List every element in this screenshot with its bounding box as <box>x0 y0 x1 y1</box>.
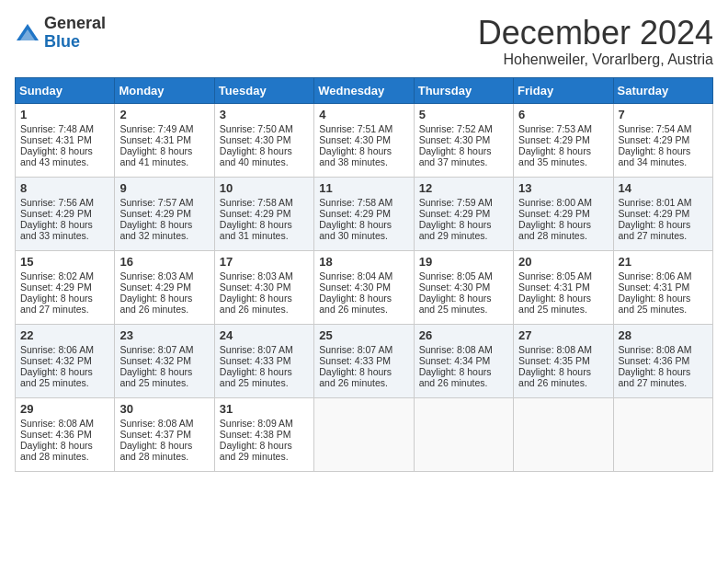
sunrise-text: Sunrise: 7:48 AM <box>20 123 94 134</box>
calendar-cell <box>613 397 712 471</box>
sunset-text: Sunset: 4:29 PM <box>319 208 391 219</box>
calendar-cell: 14Sunrise: 8:01 AMSunset: 4:29 PMDayligh… <box>613 177 712 250</box>
day-number: 15 <box>20 255 109 269</box>
sunset-text: Sunset: 4:29 PM <box>619 208 690 219</box>
sunset-text: Sunset: 4:35 PM <box>518 355 590 366</box>
day-number: 10 <box>220 181 309 195</box>
calendar-cell <box>514 397 613 471</box>
day-number: 26 <box>419 328 508 342</box>
sunset-text: Sunset: 4:29 PM <box>619 134 690 145</box>
day-number: 12 <box>419 181 508 195</box>
daylight-text: Daylight: 8 hours and 33 minutes. <box>20 219 93 241</box>
location-title: Hohenweiler, Vorarlberg, Austria <box>478 52 713 68</box>
sunrise-text: Sunrise: 8:06 AM <box>20 344 94 355</box>
daylight-text: Daylight: 8 hours and 26 minutes. <box>319 293 392 315</box>
calendar-cell: 19Sunrise: 8:05 AMSunset: 4:30 PMDayligh… <box>414 250 513 324</box>
weekday-header-wednesday: Wednesday <box>314 77 414 103</box>
daylight-text: Daylight: 8 hours and 27 minutes. <box>20 293 93 315</box>
sunset-text: Sunset: 4:29 PM <box>518 134 590 145</box>
sunset-text: Sunset: 4:29 PM <box>518 208 590 219</box>
sunset-text: Sunset: 4:34 PM <box>419 355 491 366</box>
daylight-text: Daylight: 8 hours and 37 minutes. <box>419 145 492 167</box>
day-number: 1 <box>20 108 109 121</box>
day-number: 25 <box>319 328 408 342</box>
sunrise-text: Sunrise: 7:54 AM <box>619 123 692 134</box>
daylight-text: Daylight: 8 hours and 35 minutes. <box>518 145 591 167</box>
weekday-header-saturday: Saturday <box>613 77 712 103</box>
sunset-text: Sunset: 4:30 PM <box>419 282 491 293</box>
daylight-text: Daylight: 8 hours and 30 minutes. <box>319 219 392 241</box>
day-number: 19 <box>419 255 508 269</box>
daylight-text: Daylight: 8 hours and 26 minutes. <box>319 366 392 388</box>
sunset-text: Sunset: 4:38 PM <box>220 429 291 440</box>
day-number: 28 <box>619 328 708 342</box>
sunset-text: Sunset: 4:36 PM <box>20 429 92 440</box>
daylight-text: Daylight: 8 hours and 25 minutes. <box>619 293 691 315</box>
sunrise-text: Sunrise: 8:08 AM <box>419 344 493 355</box>
day-number: 13 <box>518 181 608 195</box>
sunset-text: Sunset: 4:29 PM <box>20 282 92 293</box>
calendar-cell: 15Sunrise: 8:02 AMSunset: 4:29 PMDayligh… <box>16 250 115 324</box>
calendar-cell: 31Sunrise: 8:09 AMSunset: 4:38 PMDayligh… <box>214 397 313 471</box>
day-number: 9 <box>119 181 209 195</box>
sunrise-text: Sunrise: 8:08 AM <box>619 344 692 355</box>
logo-text: General Blue <box>44 15 106 52</box>
sunrise-text: Sunrise: 7:49 AM <box>119 123 193 134</box>
day-number: 20 <box>518 255 608 269</box>
sunrise-text: Sunrise: 8:05 AM <box>419 270 493 282</box>
day-number: 21 <box>619 255 708 269</box>
calendar-cell: 5Sunrise: 7:52 AMSunset: 4:30 PMDaylight… <box>414 103 513 177</box>
daylight-text: Daylight: 8 hours and 26 minutes. <box>419 366 492 388</box>
sunrise-text: Sunrise: 8:07 AM <box>119 344 193 355</box>
daylight-text: Daylight: 8 hours and 25 minutes. <box>220 366 292 388</box>
daylight-text: Daylight: 8 hours and 25 minutes. <box>518 293 591 315</box>
sunset-text: Sunset: 4:29 PM <box>119 282 191 293</box>
sunrise-text: Sunrise: 7:51 AM <box>319 123 392 134</box>
calendar-cell: 13Sunrise: 8:00 AMSunset: 4:29 PMDayligh… <box>514 177 613 250</box>
calendar-cell: 23Sunrise: 8:07 AMSunset: 4:32 PMDayligh… <box>115 324 214 397</box>
daylight-text: Daylight: 8 hours and 28 minutes. <box>518 219 591 241</box>
daylight-text: Daylight: 8 hours and 29 minutes. <box>419 219 492 241</box>
calendar-cell: 3Sunrise: 7:50 AMSunset: 4:30 PMDaylight… <box>214 103 313 177</box>
sunset-text: Sunset: 4:32 PM <box>20 355 92 366</box>
sunset-text: Sunset: 4:31 PM <box>619 282 690 293</box>
day-number: 31 <box>220 402 309 416</box>
sunset-text: Sunset: 4:37 PM <box>119 429 191 440</box>
day-number: 17 <box>220 255 309 269</box>
calendar-week-row: 8Sunrise: 7:56 AMSunset: 4:29 PMDaylight… <box>16 177 713 250</box>
sunset-text: Sunset: 4:32 PM <box>119 355 191 366</box>
sunset-text: Sunset: 4:30 PM <box>220 134 291 145</box>
calendar-week-row: 22Sunrise: 8:06 AMSunset: 4:32 PMDayligh… <box>16 324 713 397</box>
calendar-cell: 26Sunrise: 8:08 AMSunset: 4:34 PMDayligh… <box>414 324 513 397</box>
sunrise-text: Sunrise: 7:50 AM <box>220 123 293 134</box>
day-number: 5 <box>419 108 508 121</box>
sunrise-text: Sunrise: 7:57 AM <box>119 197 193 208</box>
day-number: 29 <box>20 402 109 416</box>
calendar-cell <box>414 397 513 471</box>
sunrise-text: Sunrise: 8:03 AM <box>119 270 193 282</box>
calendar-cell: 29Sunrise: 8:08 AMSunset: 4:36 PMDayligh… <box>16 397 115 471</box>
day-number: 14 <box>619 181 708 195</box>
logo-blue: Blue <box>44 32 80 51</box>
daylight-text: Daylight: 8 hours and 27 minutes. <box>619 219 691 241</box>
daylight-text: Daylight: 8 hours and 27 minutes. <box>619 366 691 388</box>
logo-icon <box>15 20 40 46</box>
sunrise-text: Sunrise: 8:08 AM <box>518 344 592 355</box>
calendar-week-row: 29Sunrise: 8:08 AMSunset: 4:36 PMDayligh… <box>16 397 713 471</box>
calendar-cell: 20Sunrise: 8:05 AMSunset: 4:31 PMDayligh… <box>514 250 613 324</box>
sunset-text: Sunset: 4:31 PM <box>20 134 92 145</box>
sunset-text: Sunset: 4:31 PM <box>119 134 191 145</box>
calendar-cell: 9Sunrise: 7:57 AMSunset: 4:29 PMDaylight… <box>115 177 214 250</box>
day-number: 24 <box>220 328 309 342</box>
sunrise-text: Sunrise: 8:02 AM <box>20 270 94 282</box>
calendar-cell: 12Sunrise: 7:59 AMSunset: 4:29 PMDayligh… <box>414 177 513 250</box>
day-number: 6 <box>518 108 608 121</box>
sunrise-text: Sunrise: 7:58 AM <box>319 197 392 208</box>
daylight-text: Daylight: 8 hours and 41 minutes. <box>119 145 192 167</box>
daylight-text: Daylight: 8 hours and 25 minutes. <box>419 293 492 315</box>
sunset-text: Sunset: 4:31 PM <box>518 282 590 293</box>
day-number: 30 <box>119 402 209 416</box>
calendar-cell: 11Sunrise: 7:58 AMSunset: 4:29 PMDayligh… <box>314 177 414 250</box>
calendar-cell: 8Sunrise: 7:56 AMSunset: 4:29 PMDaylight… <box>16 177 115 250</box>
weekday-header-tuesday: Tuesday <box>214 77 313 103</box>
